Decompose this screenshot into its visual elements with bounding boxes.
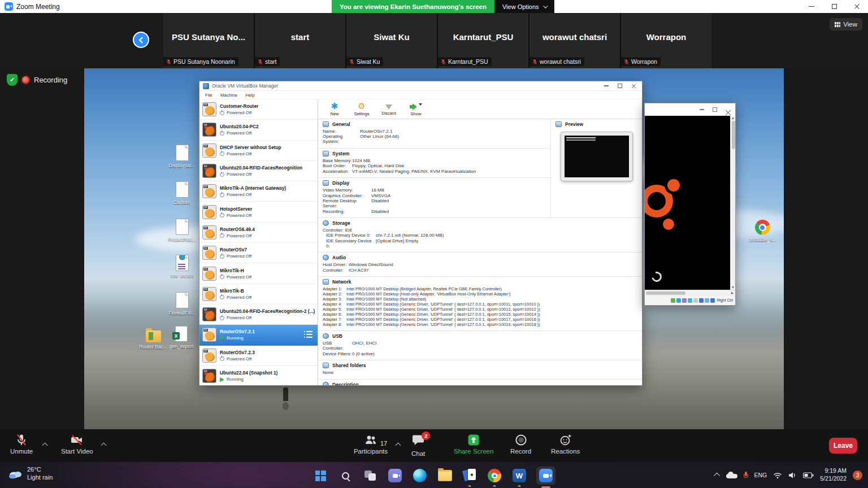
encryption-shield-icon[interactable]: ✓: [7, 74, 18, 86]
reactions-button[interactable]: Reactions: [551, 433, 580, 455]
menu-help[interactable]: Help: [245, 93, 254, 98]
maximize-icon[interactable]: [713, 107, 717, 112]
menu-machine[interactable]: Machine: [220, 93, 237, 98]
maximize-icon[interactable]: [618, 84, 622, 88]
vm-list-item[interactable]: MikroTik-H Powered Off: [199, 263, 318, 284]
vm-list-item[interactable]: RouterOS6.49.4 Powered Off: [199, 223, 318, 243]
vm-window-titlebar[interactable]: [645, 103, 735, 116]
participant-tile[interactable]: Siwat Ku Siwat Ku: [346, 13, 437, 68]
vm-preview-thumbnail[interactable]: [561, 132, 633, 181]
desktop-icon[interactable]: gen_export: [163, 326, 199, 349]
new-vm-button[interactable]: ✱ New: [325, 102, 344, 116]
vm-list-item[interactable]: RouterOSv7 Powered Off: [199, 243, 318, 263]
minimize-icon[interactable]: [604, 85, 609, 86]
section-title[interactable]: Network: [332, 279, 351, 285]
share-screen-button[interactable]: Share Screen: [454, 433, 493, 455]
participant-label-text: Worrapon: [631, 58, 657, 65]
word-button[interactable]: [511, 467, 527, 484]
vm-list-item[interactable]: Customer-Router Powered Off: [199, 99, 318, 120]
vm-list-item-selected[interactable]: RouterOSv7.2.1 Running: [199, 325, 318, 345]
close-icon[interactable]: [631, 84, 636, 89]
language-indicator[interactable]: ENG: [754, 472, 767, 478]
preview-title[interactable]: Preview: [565, 121, 583, 127]
participant-tile[interactable]: Worrapon Worrapon: [621, 13, 711, 68]
section-title[interactable]: Description: [332, 382, 359, 385]
chat-button[interactable]: 2 Chat: [411, 433, 425, 457]
desktop-icon[interactable]: ProtectRou...: [164, 219, 200, 242]
zoom-app-button[interactable]: [536, 467, 555, 485]
participant-tile[interactable]: Karntarut_PSU Karntarut_PSU: [438, 13, 528, 68]
view-button[interactable]: View: [830, 18, 862, 30]
vm-list-item[interactable]: DHCP Server without Setup Powered Off: [199, 141, 318, 161]
mic-in-use-icon[interactable]: [744, 472, 748, 479]
leave-button[interactable]: Leave: [829, 438, 857, 454]
vm-list-item[interactable]: HotspotServer Powered Off: [199, 202, 318, 222]
vm-name: Ubuntu22.04 (Snapshot 1): [220, 370, 277, 376]
start-video-button[interactable]: Start Video: [61, 433, 93, 455]
solitaire-button[interactable]: [462, 467, 478, 484]
settings-button[interactable]: ⚙ Settings: [352, 102, 371, 116]
tray-overflow-chevron[interactable]: [713, 473, 719, 479]
section-title[interactable]: Audio: [332, 255, 346, 260]
show-button[interactable]: Show: [406, 102, 426, 116]
vm-list-item[interactable]: RouterOSv7.2.3 Powered Off: [199, 346, 318, 366]
task-view-button[interactable]: [362, 467, 378, 484]
unmute-button[interactable]: Unmute: [10, 433, 33, 455]
vm-horizontal-scrollbar[interactable]: [645, 290, 735, 296]
discard-button[interactable]: Discard: [379, 102, 398, 116]
section-title[interactable]: USB: [332, 333, 342, 339]
vm-list-item[interactable]: MikroTik-A (Internet Gateway) Powered Of…: [199, 181, 318, 202]
participant-tile[interactable]: worawut chatsri worawut chatsri: [530, 13, 620, 68]
participants-button[interactable]: Participants 17: [348, 433, 393, 455]
menu-file[interactable]: File: [205, 93, 212, 98]
view-options-button[interactable]: View Options: [494, 0, 554, 13]
minimize-button[interactable]: [800, 0, 823, 13]
vm-list-item[interactable]: Ubuntu22.04 (Snapshot 1) Running: [199, 366, 318, 385]
mic-options-chevron[interactable]: [42, 443, 48, 448]
taskbar-clock[interactable]: 9:19 AM 5/21/2022: [820, 467, 847, 482]
window-titlebar: Zoom Meeting You are viewing Ekarin Suet…: [0, 0, 868, 13]
vm-list-item[interactable]: Ubuntu20.04-RFID-FacesRecognition-2 (...…: [199, 304, 318, 325]
vm-list-item[interactable]: Ubuntu20.04-RFID-FacesRecognition Powere…: [199, 161, 318, 181]
start-button[interactable]: [313, 467, 328, 484]
vm-vertical-scrollbar[interactable]: [730, 116, 735, 290]
wifi-icon[interactable]: [773, 472, 782, 479]
notification-badge[interactable]: 3: [853, 470, 862, 480]
taskbar-weather-widget[interactable]: 26°C Light rain: [8, 466, 53, 482]
participant-tile[interactable]: PSU Sutanya No... PSU Sutanya Noonarin: [163, 13, 254, 68]
battery-icon[interactable]: [803, 472, 814, 478]
strip-scroll-left-button[interactable]: [133, 32, 149, 48]
minimize-icon[interactable]: [700, 109, 704, 110]
edge-button[interactable]: [412, 467, 428, 484]
desktop-icon[interactable]: Displaypat...: [164, 145, 200, 168]
section-title[interactable]: Shared folders: [332, 363, 366, 368]
teams-chat-button[interactable]: [387, 467, 403, 484]
vm-tools-menu-icon[interactable]: [304, 330, 313, 338]
search-button[interactable]: [337, 467, 353, 484]
desktop-icon[interactable]: gns_export: [164, 255, 200, 278]
section-title[interactable]: System: [332, 151, 349, 156]
vm-screen[interactable]: [645, 116, 730, 290]
desktop-icon[interactable]: FirewallFilt...: [164, 292, 200, 316]
section-title[interactable]: General: [332, 121, 350, 127]
section-title[interactable]: Storage: [332, 220, 350, 226]
close-button[interactable]: [845, 0, 868, 13]
participant-tile[interactable]: start start: [255, 13, 345, 68]
chrome-button[interactable]: [487, 467, 502, 484]
participants-chevron[interactable]: [396, 443, 401, 448]
vm-list-item[interactable]: MikroTik-B Powered Off: [199, 284, 318, 304]
volume-icon[interactable]: [788, 472, 797, 479]
virtualbox-titlebar[interactable]: Oracle VM VirtualBox Manager: [199, 81, 642, 91]
vm-list-item[interactable]: Ubuntu20.04-PC2 Powered Off: [199, 120, 318, 140]
onedrive-icon[interactable]: [726, 472, 737, 478]
close-icon[interactable]: [726, 107, 731, 112]
record-button[interactable]: Record: [510, 433, 531, 455]
scrollbar-thumb[interactable]: [646, 291, 685, 295]
scrollbar-thumb[interactable]: [732, 121, 735, 149]
section-title[interactable]: Display: [332, 180, 349, 186]
video-options-chevron[interactable]: [101, 443, 107, 448]
maximize-button[interactable]: [823, 0, 845, 13]
desktop-icon[interactable]: printable_v...: [744, 220, 780, 242]
desktop-icon[interactable]: Capture: [164, 181, 200, 205]
file-explorer-button[interactable]: [437, 467, 453, 484]
